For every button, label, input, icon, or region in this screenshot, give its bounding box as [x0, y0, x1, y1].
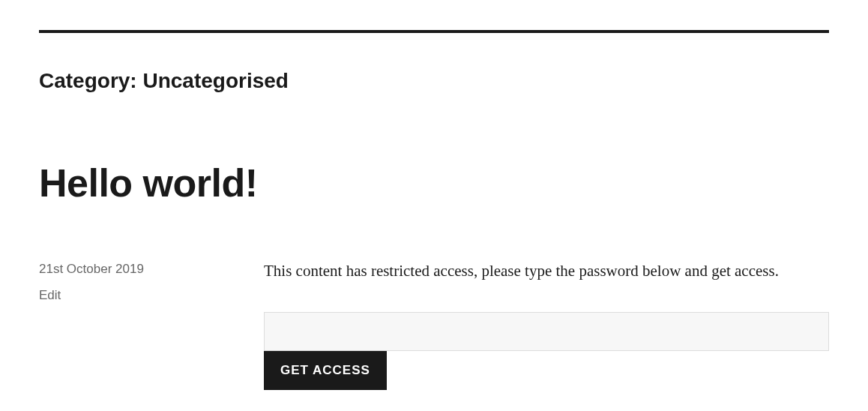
edit-link[interactable]: Edit [39, 288, 61, 302]
edit-link-wrapper: Edit [39, 284, 264, 308]
post-meta: 21st October 2019 Edit [39, 258, 264, 390]
password-input[interactable] [264, 312, 829, 351]
post-title[interactable]: Hello world! [39, 160, 829, 206]
post-date: 21st October 2019 [39, 258, 264, 281]
category-prefix: Category: [39, 69, 142, 92]
top-divider [39, 30, 829, 33]
post-body: 21st October 2019 Edit This content has … [39, 258, 829, 390]
category-heading: Category: Uncategorised [39, 69, 829, 93]
get-access-button[interactable]: Get Access [264, 351, 387, 390]
restricted-message: This content has restricted access, plea… [264, 258, 829, 285]
post-content: This content has restricted access, plea… [264, 258, 829, 390]
category-name: Uncategorised [142, 69, 289, 92]
